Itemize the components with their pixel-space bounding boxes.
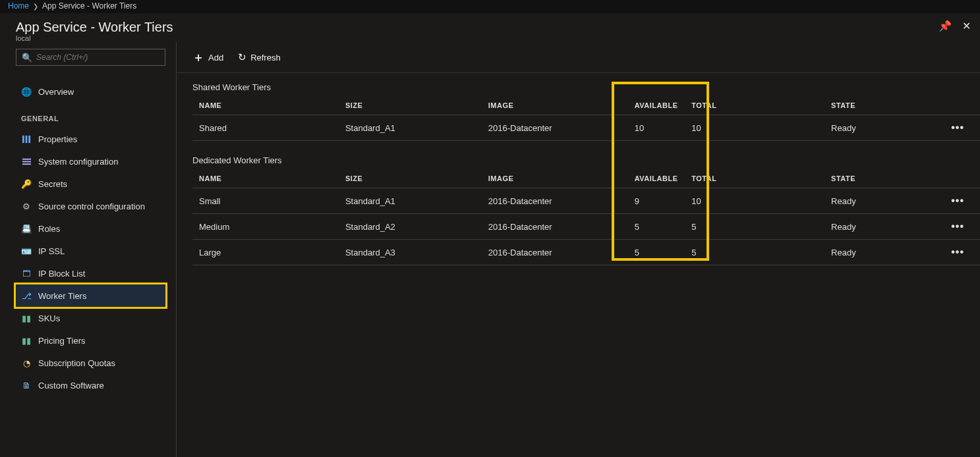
sidebar-item-label: IP Block List [38,269,85,279]
sidebar-item-subscription-quotas[interactable]: ◔ Subscription Quotas [16,352,165,374]
cell-size: Standard_A2 [339,214,482,240]
col-state[interactable]: STATE [824,169,944,188]
row-more-icon[interactable]: ••• [951,221,964,232]
search-icon: 🔍 [22,53,32,63]
main-content: ＋ Add ↻ Refresh Shared Worker Tiers NAME… [177,42,980,457]
certificate-icon: 🪪 [21,246,32,256]
col-name[interactable]: NAME [192,96,339,115]
cell-image: 2016-Datacenter [482,214,628,240]
table-row[interactable]: Large Standard_A3 2016-Datacenter 5 5 Re… [192,240,980,265]
toolbar: ＋ Add ↻ Refresh [177,42,980,73]
cell-image: 2016-Datacenter [482,115,628,141]
col-name[interactable]: NAME [192,169,339,188]
sidebar-item-label: Properties [38,134,77,144]
dedicated-worker-table: NAME SIZE IMAGE AVAILABLE TOTAL STATE Sm… [192,169,980,265]
svg-rect-0 [22,135,24,142]
key-icon: 🔑 [21,178,32,189]
col-state[interactable]: STATE [824,96,944,115]
col-actions [944,96,980,115]
sidebar-item-label: Overview [38,87,74,97]
page-subtitle: local [16,34,173,42]
shared-worker-table: NAME SIZE IMAGE AVAILABLE TOTAL STATE Sh… [192,96,980,141]
cell-total: 10 [685,115,824,141]
add-button[interactable]: ＋ Add [192,53,223,63]
row-more-icon[interactable]: ••• [951,246,964,257]
cell-state: Ready [824,214,944,240]
close-icon[interactable]: ✕ [962,20,971,32]
svg-rect-2 [28,135,30,142]
col-image[interactable]: IMAGE [482,96,628,115]
cell-name: Shared [192,115,339,141]
table-header-row: NAME SIZE IMAGE AVAILABLE TOTAL STATE [192,169,980,188]
sidebar-item-ip-block-list[interactable]: 🗔 IP Block List [16,262,165,284]
quota-icon: ◔ [21,358,32,368]
table-row[interactable]: Small Standard_A1 2016-Datacenter 9 10 R… [192,188,980,214]
sidebar-item-label: Roles [38,224,60,234]
search-input-wrap[interactable]: 🔍 [16,49,165,66]
table-header-row: NAME SIZE IMAGE AVAILABLE TOTAL STATE [192,96,980,115]
plus-icon: ＋ [192,53,204,62]
cell-size: Standard_A3 [339,240,482,265]
globe-icon: 🌐 [21,86,32,97]
sidebar-item-overview[interactable]: 🌐 Overview [16,80,165,103]
cell-name: Medium [192,214,339,240]
sidebar-item-roles[interactable]: 📇 Roles [16,217,165,240]
sidebar-section-general: GENERAL [21,115,165,122]
refresh-button[interactable]: ↻ Refresh [238,51,281,63]
search-input[interactable] [36,53,159,62]
col-actions [944,169,980,188]
dedicated-section-title: Dedicated Worker Tiers [177,141,980,169]
breadcrumb-home[interactable]: Home [8,1,29,11]
svg-rect-1 [25,135,27,142]
cell-image: 2016-Datacenter [482,188,628,214]
sidebar-item-pricing-tiers[interactable]: ▮▮ Pricing Tiers [16,329,165,352]
cell-name: Large [192,240,339,265]
sidebar-item-source-control-configuration[interactable]: ⚙ Source control configuration [16,195,165,217]
svg-rect-4 [22,161,30,162]
table-row[interactable]: Shared Standard_A1 2016-Datacenter 10 10… [192,115,980,141]
sidebar-item-secrets[interactable]: 🔑 Secrets [16,173,165,195]
add-label: Add [208,53,223,63]
sidebar-item-skus[interactable]: ▮▮ SKUs [16,307,165,329]
row-more-icon[interactable]: ••• [951,195,964,206]
col-size[interactable]: SIZE [339,96,482,115]
sidebar-item-label: Worker Tiers [38,291,86,301]
cell-total: 5 [685,214,824,240]
cell-total: 10 [685,188,824,214]
list-icon: 🗔 [21,268,32,279]
skus-icon: ▮▮ [21,313,32,323]
page-title: App Service - Worker Tiers [16,20,173,34]
sidebar-item-worker-tiers[interactable]: ⎇ Worker Tiers [16,284,165,307]
worker-tiers-icon: ⎇ [21,290,32,301]
breadcrumb-current: App Service - Worker Tiers [42,1,136,11]
sliders-icon [21,156,32,167]
cell-size: Standard_A1 [339,115,482,141]
breadcrumb: Home ❯ App Service - Worker Tiers [0,0,980,13]
cell-image: 2016-Datacenter [482,240,628,265]
table-row[interactable]: Medium Standard_A2 2016-Datacenter 5 5 R… [192,214,980,240]
row-more-icon[interactable]: ••• [951,122,964,133]
sidebar-item-label: Subscription Quotas [38,358,115,368]
cell-state: Ready [824,188,944,214]
refresh-label: Refresh [250,53,281,63]
header: App Service - Worker Tiers local 📌 ✕ [0,13,980,42]
col-total[interactable]: TOTAL [685,169,824,188]
sidebar-item-ip-ssl[interactable]: 🪪 IP SSL [16,240,165,262]
shared-section-title: Shared Worker Tiers [177,73,980,96]
col-available[interactable]: AVAILABLE [628,96,685,115]
sidebar-item-custom-software[interactable]: 🗎 Custom Software [16,374,165,396]
svg-rect-3 [22,158,30,159]
cell-available: 5 [628,240,685,265]
col-total[interactable]: TOTAL [685,96,824,115]
sidebar-item-label: Custom Software [38,381,104,390]
sidebar-item-label: Pricing Tiers [38,336,86,346]
sidebar-item-label: System configuration [38,157,118,167]
cell-available: 10 [628,115,685,141]
col-available[interactable]: AVAILABLE [628,169,685,188]
sidebar-item-properties[interactable]: Properties [16,128,165,150]
cell-size: Standard_A1 [339,188,482,214]
col-image[interactable]: IMAGE [482,169,628,188]
pin-icon[interactable]: 📌 [938,20,952,32]
sidebar-item-system-configuration[interactable]: System configuration [16,150,165,173]
col-size[interactable]: SIZE [339,169,482,188]
